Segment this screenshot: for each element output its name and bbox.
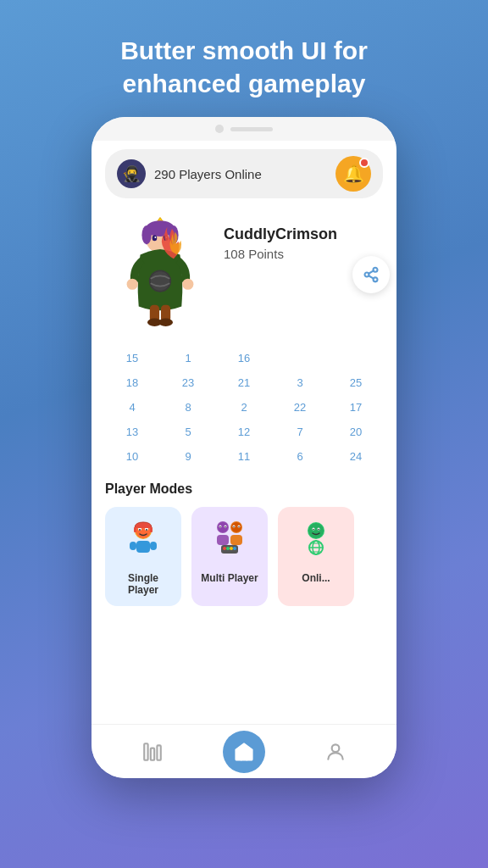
svg-point-54 (233, 547, 236, 550)
cal-cell[interactable]: 11 (217, 445, 271, 468)
svg-point-6 (141, 225, 151, 244)
headline: Butter smooth UI for enhanced gameplay (120, 34, 368, 100)
svg-point-30 (146, 529, 147, 531)
cal-cell[interactable]: 23 (161, 371, 215, 394)
svg-rect-68 (157, 745, 160, 760)
bottom-nav-bar (92, 724, 396, 778)
svg-rect-32 (150, 527, 152, 532)
camera-dot (215, 125, 224, 133)
player-points: 108 Points (224, 247, 337, 261)
svg-rect-33 (136, 541, 150, 553)
svg-point-47 (233, 526, 235, 528)
svg-point-15 (151, 271, 170, 291)
cal-cell[interactable]: 13 (105, 420, 159, 443)
svg-point-8 (152, 235, 158, 241)
svg-line-23 (369, 275, 374, 278)
svg-point-48 (238, 526, 240, 528)
cal-cell[interactable]: 10 (105, 445, 159, 468)
cal-cell[interactable]: 20 (329, 420, 383, 443)
player-avatar-icon: 🥷 (117, 159, 146, 188)
cal-cell (273, 347, 327, 370)
svg-point-52 (226, 547, 230, 550)
player-modes-section: Player Modes (105, 475, 383, 606)
players-count-text: 290 Players Online (154, 167, 336, 181)
svg-rect-49 (230, 535, 242, 545)
cal-cell[interactable]: 2 (217, 396, 271, 419)
svg-point-69 (332, 744, 340, 752)
character-section: CuddlyCrimson 108 Points (105, 209, 383, 340)
svg-point-51 (223, 547, 226, 550)
svg-point-60 (318, 529, 319, 531)
cal-cell[interactable]: 5 (161, 420, 215, 443)
multi-player-card[interactable]: Multi Player (191, 507, 268, 606)
cal-cell (329, 347, 383, 370)
modes-row: Single Player (105, 507, 383, 606)
svg-rect-66 (144, 743, 147, 760)
svg-line-24 (369, 270, 374, 273)
svg-point-12 (127, 278, 138, 289)
multi-player-label: Multi Player (201, 572, 258, 584)
cal-cell[interactable]: 18 (105, 371, 159, 394)
cal-cell[interactable]: 1 (161, 347, 215, 370)
online-label: Onli... (302, 572, 330, 584)
single-player-label: Single Player (112, 572, 175, 596)
cal-cell[interactable]: 15 (105, 347, 159, 370)
svg-point-29 (139, 529, 141, 531)
single-player-icon (123, 517, 164, 565)
speaker-bar (230, 127, 273, 131)
svg-rect-67 (151, 748, 154, 760)
svg-point-56 (308, 523, 324, 538)
svg-point-53 (230, 547, 233, 550)
notification-badge (359, 158, 369, 168)
cal-cell[interactable]: 21 (217, 371, 271, 394)
cal-cell[interactable]: 25 (329, 371, 383, 394)
svg-point-37 (218, 522, 228, 532)
player-name: CuddlyCrimson (224, 225, 337, 243)
cal-cell[interactable]: 24 (329, 445, 383, 468)
cal-cell[interactable]: 22 (273, 396, 327, 419)
svg-point-13 (182, 278, 193, 289)
svg-point-10 (154, 236, 156, 238)
nav-profile-button[interactable] (318, 734, 353, 770)
svg-rect-31 (134, 527, 136, 532)
cal-cell[interactable]: 12 (217, 420, 271, 443)
phone-mockup: 🥷 290 Players Online 🔔 (92, 117, 396, 778)
cal-cell[interactable]: 7 (273, 420, 327, 443)
cal-cell[interactable]: 9 (161, 445, 215, 468)
nav-stats-button[interactable] (135, 734, 170, 770)
single-player-card[interactable]: Single Player (105, 507, 181, 606)
svg-point-19 (158, 318, 173, 326)
player-info: CuddlyCrimson 108 Points (215, 209, 337, 261)
online-card[interactable]: Onli... (278, 507, 354, 606)
phone-screen-content: 🥷 290 Players Online 🔔 (92, 141, 396, 724)
cal-cell[interactable]: 8 (161, 396, 215, 419)
calendar-grid: 15 1 16 18 23 21 3 25 4 8 2 22 17 13 5 1… (105, 347, 383, 468)
svg-point-41 (225, 526, 226, 528)
nav-home-button[interactable] (223, 731, 265, 773)
multi-player-icon (209, 517, 250, 565)
cal-cell[interactable]: 16 (217, 347, 271, 370)
svg-rect-42 (217, 535, 229, 545)
phone-notch (92, 117, 396, 141)
character-image (105, 209, 215, 340)
svg-point-44 (231, 522, 241, 532)
cal-cell[interactable]: 17 (329, 396, 383, 419)
cal-cell[interactable]: 3 (273, 371, 327, 394)
player-modes-title: Player Modes (105, 481, 383, 497)
svg-rect-35 (150, 542, 157, 550)
cal-cell[interactable]: 6 (273, 445, 327, 468)
svg-rect-34 (130, 542, 136, 550)
svg-point-40 (219, 526, 221, 528)
online-icon (296, 517, 336, 565)
players-online-bar: 🥷 290 Players Online 🔔 (105, 149, 383, 198)
notification-button[interactable]: 🔔 (336, 156, 371, 192)
header-section: Butter smooth UI for enhanced gameplay (120, 34, 368, 100)
svg-point-59 (313, 529, 314, 531)
character-svg (114, 211, 207, 338)
share-button[interactable] (352, 256, 390, 293)
cal-cell[interactable]: 4 (105, 396, 159, 419)
